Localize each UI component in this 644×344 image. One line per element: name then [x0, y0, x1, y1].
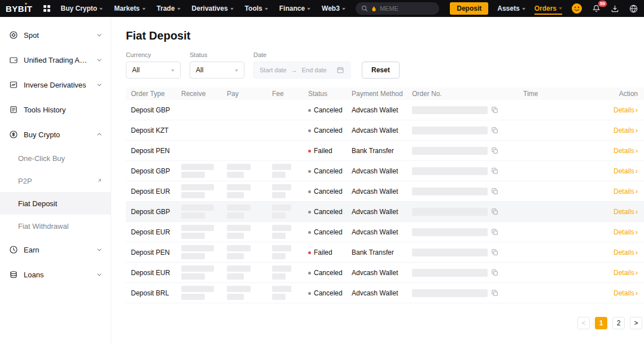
status-dot — [308, 292, 311, 295]
copy-icon[interactable] — [491, 249, 498, 256]
details-link[interactable]: Details› — [614, 106, 638, 114]
copy-icon[interactable] — [491, 106, 498, 114]
nav-finance[interactable]: Finance — [279, 5, 310, 12]
sidebar-item-buy-crypto[interactable]: Buy Crypto — [0, 122, 111, 147]
deposit-button[interactable]: Deposit — [450, 2, 488, 15]
copy-icon[interactable] — [491, 289, 498, 297]
order-type: Deposit GBP — [126, 208, 177, 216]
details-link[interactable]: Details› — [614, 167, 638, 175]
chevron-up-icon — [96, 131, 103, 138]
chevron-right-icon: › — [636, 147, 638, 154]
fee-redacted — [268, 225, 304, 239]
details-link[interactable]: Details› — [614, 269, 638, 277]
sidebar-item-p2p[interactable]: P2P — [0, 169, 111, 192]
copy-icon[interactable] — [491, 167, 498, 175]
avatar-emoji[interactable] — [571, 3, 582, 14]
history-icon — [9, 105, 18, 114]
payment-method: Advcash Wallet — [347, 289, 408, 297]
buy-crypto-icon — [9, 130, 18, 139]
details-link[interactable]: Details› — [614, 228, 638, 236]
order-no-redacted — [412, 167, 488, 175]
copy-icon[interactable] — [491, 127, 498, 134]
download-icon[interactable] — [610, 4, 620, 14]
details-label: Details — [614, 188, 634, 195]
sidebar-item-fiat-deposit[interactable]: Fiat Deposit — [0, 192, 111, 215]
order-no-redacted — [412, 269, 488, 277]
details-label: Details — [614, 228, 634, 236]
order-type: Deposit PEN — [126, 249, 177, 256]
sidebar-item-label: Unified Trading Account — [24, 56, 90, 64]
chevron-down-icon — [342, 8, 345, 10]
notification-bell-icon[interactable]: 59 — [592, 4, 601, 14]
redacted-value — [272, 245, 291, 251]
details-label: Details — [614, 127, 634, 134]
search-box[interactable]: MEME — [356, 2, 439, 15]
nav-buy-crypto[interactable]: Buy Crypto — [61, 5, 103, 12]
pay-amount-redacted — [222, 184, 268, 198]
copy-icon[interactable] — [491, 208, 498, 215]
redacted-value — [181, 253, 205, 259]
details-link[interactable]: Details› — [614, 249, 638, 256]
chevron-right-icon: › — [636, 106, 638, 114]
details-label: Details — [614, 147, 634, 155]
pagination-prev-button[interactable]: < — [577, 317, 590, 329]
copy-icon[interactable] — [491, 147, 498, 154]
details-link[interactable]: Details› — [614, 188, 638, 195]
redacted-value — [272, 253, 286, 259]
details-link[interactable]: Details› — [614, 147, 638, 155]
column-header-time: Time — [519, 90, 609, 98]
sidebar-item-one-click-buy[interactable]: One-Click Buy — [0, 147, 111, 169]
assets-menu[interactable]: Assets — [497, 5, 525, 12]
reset-button[interactable]: Reset — [362, 62, 400, 79]
order-no-redacted — [412, 147, 488, 155]
topbar: BYBIT Buy CryptoMarketsTradeDerivativesT… — [0, 0, 644, 17]
fee-redacted — [268, 265, 304, 280]
details-link[interactable]: Details› — [614, 289, 638, 297]
details-label: Details — [614, 269, 634, 277]
details-label: Details — [614, 106, 634, 114]
copy-icon[interactable] — [491, 228, 498, 236]
pagination-page-2[interactable]: 2 — [612, 317, 625, 329]
sidebar-item-label: Buy Crypto — [24, 130, 90, 139]
sidebar-item-label: Fiat Withdrawal — [18, 222, 103, 230]
order-no-redacted — [412, 106, 488, 114]
sidebar-item-unified-trading-account[interactable]: Unified Trading Account — [0, 47, 111, 72]
details-link[interactable]: Details› — [614, 208, 638, 216]
payment-method: Bank Transfer — [347, 249, 408, 256]
sidebar-item-fiat-withdrawal[interactable]: Fiat Withdrawal — [0, 215, 111, 237]
date-range-picker[interactable]: Start date → End date — [253, 62, 351, 79]
details-link[interactable]: Details› — [614, 127, 638, 134]
sidebar-item-tools-history[interactable]: Tools History — [0, 97, 111, 122]
nav-trade[interactable]: Trade — [157, 5, 181, 12]
receive-amount-redacted — [177, 265, 222, 280]
status-select[interactable]: All — [190, 62, 244, 79]
nav-web3[interactable]: Web3 — [322, 5, 345, 12]
chevron-right-icon: › — [636, 127, 638, 134]
sidebar-item-loans[interactable]: Loans — [0, 262, 111, 287]
orders-menu[interactable]: Orders — [535, 3, 562, 15]
order-type: Deposit EUR — [126, 228, 177, 236]
pagination-page-1[interactable]: 1 — [595, 317, 607, 329]
notification-badge: 59 — [598, 1, 607, 7]
sidebar-item-inverse-derivatives[interactable]: Inverse Derivatives — [0, 72, 111, 97]
sidebar-item-spot[interactable]: Spot — [0, 23, 111, 47]
bybit-logo[interactable]: BYBIT — [6, 4, 33, 14]
redacted-value — [272, 204, 291, 211]
globe-icon[interactable] — [629, 4, 638, 14]
derivatives-icon — [9, 80, 18, 89]
sidebar-item-earn[interactable]: Earn — [0, 237, 111, 262]
pagination-next-button[interactable]: > — [630, 317, 642, 329]
pay-amount-redacted — [222, 286, 268, 300]
currency-select[interactable]: All — [126, 62, 181, 79]
copy-icon[interactable] — [491, 188, 498, 195]
nav-markets[interactable]: Markets — [114, 5, 145, 12]
status-dot — [308, 150, 311, 153]
date-label: Date — [253, 51, 351, 58]
apps-grid-icon[interactable] — [43, 5, 51, 12]
copy-icon[interactable] — [491, 269, 498, 276]
redacted-value — [227, 225, 251, 231]
status-cell: Failed — [304, 249, 347, 256]
nav-tools[interactable]: Tools — [245, 5, 268, 12]
nav-derivatives[interactable]: Derivatives — [192, 5, 234, 12]
order-no-redacted — [412, 228, 488, 236]
